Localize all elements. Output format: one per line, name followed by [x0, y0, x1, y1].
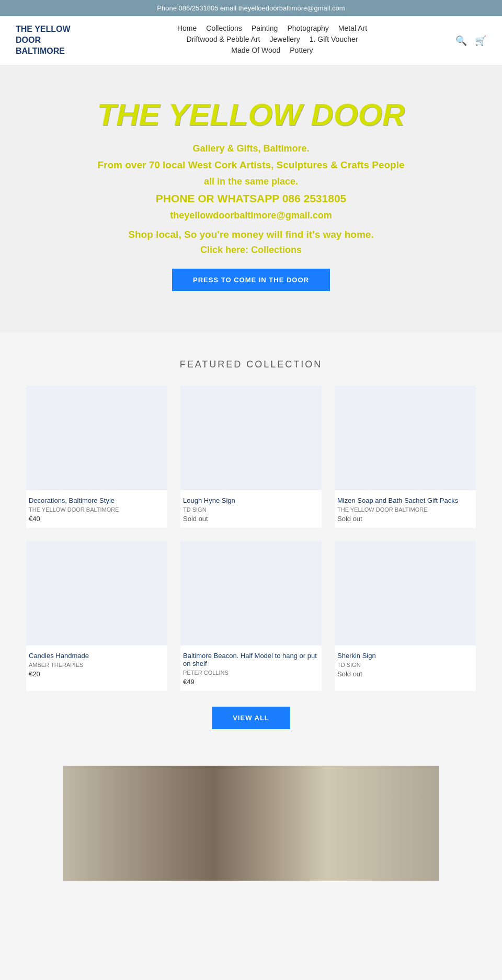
- enter-button[interactable]: PRESS TO COME IN THE DOOR: [172, 269, 330, 291]
- product-vendor: PETER COLLINS: [183, 670, 319, 676]
- product-info: Baltimore Beacon. Half Model to hang or …: [180, 645, 322, 691]
- product-image: [335, 386, 476, 490]
- header-icons: 🔍 🛒: [455, 35, 486, 47]
- product-card[interactable]: Candles Handmade AMBER THERAPIES €20: [26, 541, 167, 691]
- soap-visual: [63, 766, 439, 881]
- featured-section: FEATURED COLLECTION Decorations, Baltimo…: [0, 333, 502, 755]
- banner-text: Phone 086/2531805 email theyelloedoorbal…: [157, 4, 345, 12]
- hero-click-here: Click here: Collections: [21, 245, 481, 256]
- logo-line2: BALTIMORE: [16, 47, 65, 55]
- product-info: Sherkin Sign TD SIGN Sold out: [335, 645, 476, 683]
- nav-row-3: Made Of Wood Pottery: [89, 46, 455, 54]
- product-vendor: AMBER THERAPIES: [29, 662, 165, 668]
- products-grid: Decorations, Baltimore Style THE YELLOW …: [26, 386, 476, 691]
- product-image: [180, 386, 322, 490]
- product-image: [26, 541, 167, 645]
- product-sold-out: Sold out: [337, 670, 473, 678]
- view-all-container: VIEW ALL: [26, 707, 476, 729]
- product-info: Lough Hyne Sign TD SIGN Sold out: [180, 490, 322, 528]
- product-vendor: THE YELLOW DOOR BALTIMORE: [337, 506, 473, 513]
- nav-pottery[interactable]: Pottery: [290, 46, 313, 54]
- hero-description: From over 70 local West Cork Artists, Sc…: [21, 159, 481, 171]
- nav-row-2: Driftwood & Pebble Art Jewellery 1. Gift…: [89, 35, 455, 43]
- product-price: €49: [183, 678, 319, 686]
- product-image: [180, 541, 322, 645]
- product-name: Decorations, Baltimore Style: [29, 497, 165, 504]
- product-card[interactable]: Lough Hyne Sign TD SIGN Sold out: [180, 386, 322, 528]
- product-card[interactable]: Sherkin Sign TD SIGN Sold out: [335, 541, 476, 691]
- product-card[interactable]: Decorations, Baltimore Style THE YELLOW …: [26, 386, 167, 528]
- nav-row-1: Home Collections Painting Photography Me…: [89, 24, 455, 32]
- nav-gift-voucher[interactable]: 1. Gift Voucher: [310, 35, 358, 43]
- nav-driftwood[interactable]: Driftwood & Pebble Art: [187, 35, 260, 43]
- product-vendor: TD SIGN: [337, 662, 473, 668]
- hero-shop-local: Shop local, So you're money will find it…: [21, 229, 481, 240]
- product-name: Sherkin Sign: [337, 652, 473, 660]
- featured-title: FEATURED COLLECTION: [26, 359, 476, 370]
- product-card[interactable]: Baltimore Beacon. Half Model to hang or …: [180, 541, 322, 691]
- product-sold-out: Sold out: [337, 515, 473, 523]
- product-image: [335, 541, 476, 645]
- product-name: Candles Handmade: [29, 652, 165, 660]
- cart-icon[interactable]: 🛒: [475, 35, 486, 47]
- top-banner: Phone 086/2531805 email theyelloedoorbal…: [0, 0, 502, 16]
- soap-image: [63, 766, 439, 881]
- hero-section: THE YELLOW DOOR Gallery & Gifts, Baltimo…: [0, 65, 502, 333]
- view-all-button[interactable]: VIEW ALL: [212, 707, 290, 729]
- site-logo[interactable]: THE YELLOW DOOR BALTIMORE: [16, 24, 89, 56]
- product-info: Candles Handmade AMBER THERAPIES €20: [26, 645, 167, 683]
- product-image: [26, 386, 167, 490]
- product-vendor: THE YELLOW DOOR BALTIMORE: [29, 506, 165, 513]
- product-vendor: TD SIGN: [183, 506, 319, 513]
- nav-photography[interactable]: Photography: [287, 24, 328, 32]
- nav-painting[interactable]: Painting: [252, 24, 278, 32]
- product-info: Mizen Soap and Bath Sachet Gift Packs TH…: [335, 490, 476, 528]
- nav-collections[interactable]: Collections: [206, 24, 242, 32]
- product-name: Lough Hyne Sign: [183, 497, 319, 504]
- product-sold-out: Sold out: [183, 515, 319, 523]
- product-name: Baltimore Beacon. Half Model to hang or …: [183, 652, 319, 667]
- logo-line1: THE YELLOW DOOR: [16, 25, 71, 44]
- nav-jewellery[interactable]: Jewellery: [269, 35, 300, 43]
- product-card[interactable]: Mizen Soap and Bath Sachet Gift Packs TH…: [335, 386, 476, 528]
- nav-made-of-wood[interactable]: Made Of Wood: [231, 46, 280, 54]
- bottom-image-container: [0, 755, 502, 881]
- search-icon[interactable]: 🔍: [455, 35, 467, 47]
- hero-phone: PHONE OR WHATSAPP 086 2531805: [21, 192, 481, 205]
- header: THE YELLOW DOOR BALTIMORE Home Collectio…: [0, 16, 502, 65]
- product-price: €40: [29, 515, 165, 523]
- product-info: Decorations, Baltimore Style THE YELLOW …: [26, 490, 167, 528]
- product-price: €20: [29, 670, 165, 678]
- nav-home[interactable]: Home: [177, 24, 197, 32]
- hero-email: theyellowdoorbaltimore@gmail.com: [21, 210, 481, 221]
- hero-tagline: all in the same place.: [21, 176, 481, 187]
- product-name: Mizen Soap and Bath Sachet Gift Packs: [337, 497, 473, 504]
- hero-title: THE YELLOW DOOR: [21, 97, 481, 133]
- main-nav: Home Collections Painting Photography Me…: [89, 24, 455, 57]
- nav-metal-art[interactable]: Metal Art: [338, 24, 367, 32]
- hero-subtitle: Gallery & Gifts, Baltimore.: [21, 143, 481, 154]
